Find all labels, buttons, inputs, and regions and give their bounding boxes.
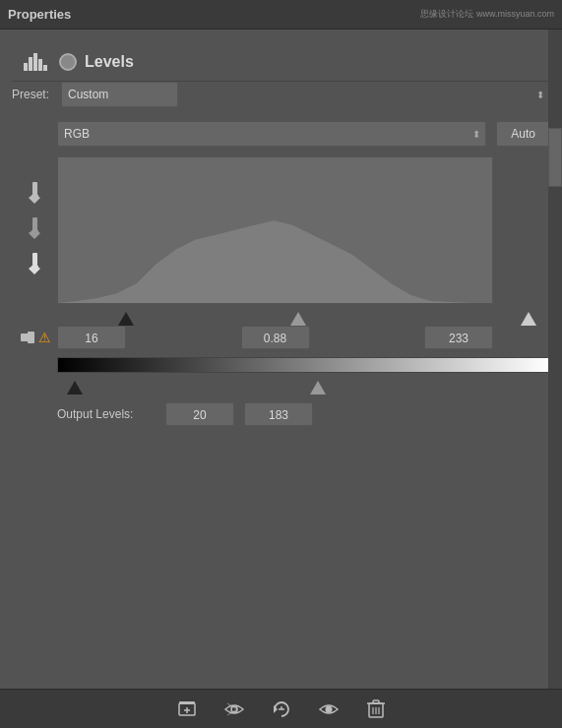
svg-rect-8 [32,217,37,231]
midtone-value[interactable]: 0.88 [241,326,310,349]
input-slider-row [102,306,538,326]
channel-select[interactable]: RGB Red Green Blue [57,121,486,147]
output-area [12,357,550,402]
output-slider-row [57,375,493,394]
visibility-button[interactable] [220,696,248,723]
eyedropper-black-icon [24,182,45,204]
preset-row: Preset: Custom Default Darker Increase C… [12,82,550,107]
svg-marker-7 [29,195,40,204]
main-area: RGB Red Green Blue Auto [12,121,550,326]
bottom-toolbar [0,689,562,728]
input-values-area: ⚠ 16 0.88 233 [12,326,550,349]
output-levels-label: Output Levels: [57,407,156,421]
output-levels-row: Output Levels: 20 183 [57,402,550,426]
histogram-chart [58,157,492,303]
channel-select-wrapper[interactable]: RGB Red Green Blue [57,121,486,147]
header-bar: Properties 思缘设计论坛 www.missyuan.com [0,0,562,30]
svg-rect-16 [28,332,34,343]
eyedropper-white-icon [24,253,45,274]
white-point-slider[interactable] [521,312,536,326]
svg-marker-10 [29,230,40,239]
delete-button[interactable] [362,696,390,723]
histogram-icon [22,51,51,73]
eyedropper-black-tool[interactable] [21,179,48,207]
reset-icon [271,699,292,719]
output-black-value[interactable]: 20 [165,402,234,426]
output-white-value[interactable]: 183 [244,402,313,426]
eye-visibility-icon [223,699,245,719]
preset-label: Preset: [12,88,51,101]
input-values-inner: 16 0.88 233 [57,326,493,349]
preset-select-wrapper[interactable]: Custom Default Darker Increase Contrast … [61,82,550,107]
eyedropper-white-tool[interactable] [21,250,48,277]
svg-rect-1 [29,57,32,71]
panel-content: Levels Preset: Custom Default Darker Inc… [0,30,562,426]
svg-rect-2 [33,53,37,71]
histogram-display [57,156,493,304]
svg-rect-5 [32,182,37,196]
add-layer-icon [177,699,197,719]
eyedropper-column [12,121,57,326]
trash-icon [366,698,386,720]
svg-rect-28 [373,700,379,703]
levels-circle-icon [59,53,77,71]
eyedropper-gray-icon [24,217,45,239]
warning-area: ⚠ [12,329,57,346]
panel-title: Properties [8,7,71,22]
eye-button[interactable] [315,696,343,723]
svg-marker-13 [29,266,40,274]
watermark: 思缘设计论坛 www.missyuan.com [420,8,554,21]
output-white-slider[interactable] [310,381,326,394]
svg-rect-18 [179,701,195,704]
svg-point-25 [325,705,332,712]
eye-icon [318,699,340,719]
reset-button[interactable] [268,696,295,723]
svg-rect-3 [38,59,42,71]
scrollbar[interactable] [548,30,562,689]
black-point-slider[interactable] [118,312,134,326]
output-black-slider[interactable] [67,381,83,394]
midtone-slider[interactable] [290,312,306,326]
levels-title-row: Levels [12,41,550,82]
header-icons: 思缘设计论坛 www.missyuan.com [420,8,554,21]
channel-row: RGB Red Green Blue Auto [57,121,550,147]
content-area: Levels Preset: Custom Default Darker Inc… [0,30,562,426]
scrollbar-thumb[interactable] [548,128,562,187]
svg-rect-0 [24,63,28,71]
preset-select[interactable]: Custom Default Darker Increase Contrast … [61,82,178,107]
svg-rect-4 [43,65,47,71]
warning-icon: ⚠ [38,330,51,345]
clip-icon [19,329,36,346]
add-layer-button[interactable] [173,696,201,723]
auto-button[interactable]: Auto [496,121,550,147]
histogram-section: RGB Red Green Blue Auto [57,121,550,326]
levels-title: Levels [85,53,134,71]
svg-rect-11 [32,253,37,267]
white-point-value[interactable]: 233 [424,326,493,349]
black-point-value[interactable]: 16 [57,326,126,349]
output-gradient-bar [57,357,550,373]
eyedropper-gray-tool[interactable] [21,214,48,242]
output-controls [57,357,550,402]
